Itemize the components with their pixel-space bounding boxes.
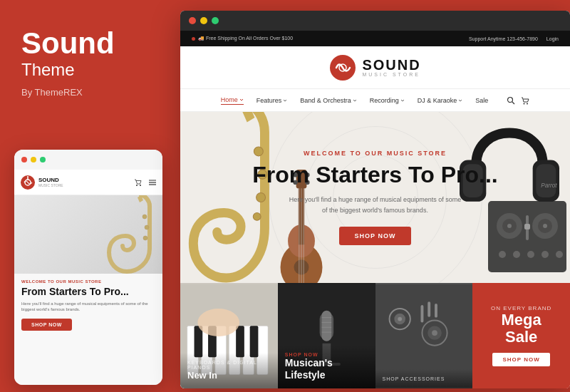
nav-item-dj[interactable]: DJ & Karaoke: [418, 97, 463, 104]
chevron-down-icon: [239, 98, 244, 102]
card-3-overlay: Shop Accessories: [375, 369, 473, 388]
mobile-shop-now-button[interactable]: SHOP NOW: [21, 319, 72, 331]
card-sale: On Every Brand Mega Sale SHOP NOW: [472, 283, 570, 388]
mobile-hero-image: [14, 195, 162, 274]
nav-item-features[interactable]: Features: [256, 97, 288, 104]
desktop-hero: Parrot WELCOME TO OUR MUSIC STORE From S…: [180, 112, 570, 283]
nav-item-recording[interactable]: Recording: [370, 97, 405, 104]
card-1-label: Keyboards & Digital Pianos: [187, 360, 271, 370]
card-1-title: New In: [187, 370, 271, 381]
info-bar: 🚚 Free Shipping On All Orders Over $100 …: [180, 31, 570, 46]
hero-desc: Here you'll find a huge range of musical…: [252, 195, 497, 215]
cart-icon[interactable]: [134, 178, 142, 187]
cart-icon[interactable]: [521, 96, 529, 105]
card-2-title: Musican's Lifestyle: [285, 357, 368, 381]
card-1-overlay: Keyboards & Digital Pianos New In: [180, 353, 278, 388]
shipping-text: 🚚 Free Shipping On All Orders Over $100: [198, 36, 293, 41]
cards-row: Keyboards & Digital Pianos New In Shop N…: [180, 283, 570, 388]
svg-point-47: [527, 251, 534, 258]
search-icon[interactable]: [507, 96, 515, 105]
svg-point-63: [197, 309, 239, 336]
nav-item-home[interactable]: Home: [221, 96, 244, 105]
desktop-dot-green: [212, 17, 219, 24]
mobile-logo-text: SOUND: [38, 177, 63, 183]
desktop-dot-red: [189, 17, 196, 24]
card-keyboards: Keyboards & Digital Pianos New In: [180, 283, 278, 388]
card-3-label: Shop Accessories: [383, 376, 466, 381]
mobile-mockup: SOUND MUSIC STORE: [14, 150, 162, 385]
desktop-mockup: 🚚 Free Shipping On All Orders Over $100 …: [180, 11, 570, 388]
svg-point-79: [432, 330, 437, 336]
svg-point-46: [513, 251, 520, 258]
svg-point-9: [145, 225, 149, 229]
info-bar-left: 🚚 Free Shipping On All Orders Over $100: [192, 36, 293, 41]
svg-line-14: [512, 102, 514, 104]
brand-subtitle: Theme: [21, 60, 75, 80]
desktop-logo-name: SOUND: [362, 58, 420, 72]
brand-title: Sound: [21, 29, 115, 58]
mobile-nav: SOUND MUSIC STORE: [14, 170, 162, 195]
mobile-top-bar: [14, 150, 162, 170]
mobile-logo-icon: [20, 175, 36, 190]
svg-point-10: [143, 236, 147, 240]
svg-point-45: [499, 251, 506, 258]
shipping-dot: [192, 37, 195, 41]
mobile-logo: SOUND MUSIC STORE: [20, 175, 63, 190]
mobile-content: WELCOME TO OUR MUSIC STORE From Starters…: [14, 195, 162, 385]
left-panel: Sound Theme By ThemeREX SOUND: [0, 0, 177, 392]
svg-rect-82: [435, 304, 437, 318]
svg-point-13: [508, 97, 513, 102]
card-2-label: Shop Now: [285, 352, 368, 357]
chevron-down-icon-4: [400, 98, 405, 103]
svg-point-3: [136, 185, 138, 186]
mobile-dot-red: [21, 157, 27, 163]
nav-utility-icons[interactable]: [507, 96, 529, 105]
hero-welcome: WELCOME TO OUR MUSIC STORE: [252, 150, 497, 157]
desktop-header: SOUND MUSIC STORE: [180, 46, 570, 89]
nav-item-band[interactable]: Band & Orchestra: [300, 97, 357, 104]
mobile-saxophone-image: [98, 195, 155, 274]
card-accessories: Shop Accessories: [375, 283, 473, 388]
desktop-logo-icon: [329, 54, 356, 81]
desktop-dot-yellow: [200, 17, 207, 24]
mobile-logo-sub: MUSIC STORE: [38, 183, 63, 187]
mobile-nav-icons[interactable]: [134, 178, 157, 187]
svg-point-4: [140, 185, 141, 186]
hero-title: From Starters To Pro...: [252, 163, 497, 187]
nav-item-sale[interactable]: Sale: [475, 97, 488, 104]
chevron-down-icon-2: [283, 98, 287, 103]
svg-point-76: [398, 317, 402, 321]
card-lifestyle: Shop Now Musican's Lifestyle: [278, 283, 375, 388]
card-2-overlay: Shop Now Musican's Lifestyle: [278, 345, 375, 388]
card-4-title: Mega Sale: [483, 311, 559, 346]
mobile-dot-green: [40, 157, 46, 163]
svg-point-16: [527, 103, 528, 104]
mobile-heading: From Starters To Pro...: [21, 286, 155, 298]
chevron-down-icon-3: [353, 98, 357, 103]
desktop-logo[interactable]: SOUND MUSIC STORE: [329, 54, 420, 81]
svg-rect-80: [420, 305, 423, 322]
card-4-shop-btn[interactable]: SHOP NOW: [492, 353, 549, 366]
svg-rect-81: [428, 301, 430, 316]
hero-content: WELCOME TO OUR MUSIC STORE From Starters…: [195, 150, 554, 245]
hero-shop-now-button[interactable]: SHOP NOW: [339, 227, 412, 245]
svg-rect-66: [321, 311, 331, 341]
svg-point-8: [142, 215, 147, 219]
desktop-top-bar: [180, 11, 570, 31]
mobile-desc: Here you'll find a huge range of musical…: [21, 301, 155, 313]
menu-icon[interactable]: [148, 178, 157, 187]
by-line: By ThemeREX: [21, 87, 83, 98]
mobile-hero-text: WELCOME TO OUR MUSIC STORE From Starters…: [14, 274, 162, 336]
desktop-logo-tagline: MUSIC STORE: [362, 72, 420, 77]
support-text: Support Anytime 123-456-7890: [469, 36, 538, 41]
login-link[interactable]: Login: [546, 36, 559, 41]
info-bar-right: Support Anytime 123-456-7890 Login: [469, 36, 559, 41]
desktop-nav: Home Features Band & Orchestra Recording…: [180, 89, 570, 112]
mobile-dot-yellow: [31, 157, 36, 163]
svg-point-49: [556, 251, 563, 258]
mobile-welcome: WELCOME TO OUR MUSIC STORE: [21, 279, 155, 284]
svg-point-15: [524, 103, 525, 104]
svg-point-48: [542, 251, 549, 258]
chevron-down-icon-5: [458, 98, 462, 103]
desktop-logo-text: SOUND MUSIC STORE: [362, 58, 420, 77]
